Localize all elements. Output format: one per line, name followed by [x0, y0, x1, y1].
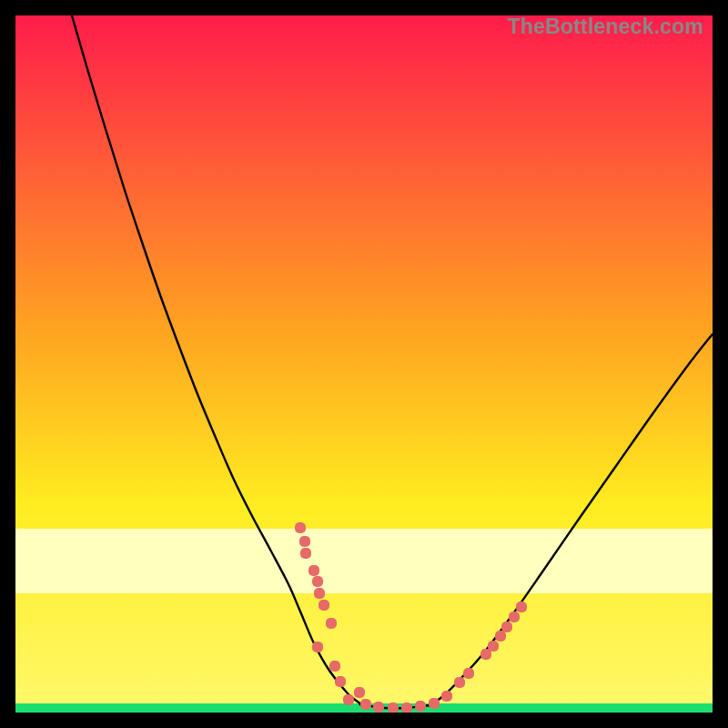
data-point-marker	[312, 642, 323, 652]
data-point-marker	[354, 687, 365, 698]
data-point-marker	[516, 602, 527, 612]
data-point-marker	[312, 576, 323, 587]
data-point-marker	[314, 588, 325, 599]
data-point-marker	[326, 618, 337, 629]
data-point-marker	[429, 698, 440, 709]
data-point-marker	[373, 702, 384, 713]
bottleneck-curve-chart	[15, 15, 713, 713]
data-point-marker	[300, 548, 311, 559]
data-point-marker	[401, 703, 412, 713]
data-point-marker	[335, 676, 346, 687]
data-point-marker	[360, 699, 371, 710]
data-point-marker	[318, 600, 329, 611]
data-point-marker	[415, 701, 426, 712]
data-point-marker	[308, 565, 319, 576]
data-point-marker	[343, 694, 354, 705]
data-point-marker	[509, 612, 520, 622]
data-point-marker	[495, 631, 506, 642]
attribution-text: TheBottleneck.com	[507, 15, 703, 39]
data-point-marker	[463, 668, 474, 679]
data-point-marker	[295, 522, 306, 533]
chart-frame: TheBottleneck.com	[15, 15, 713, 713]
data-point-marker	[488, 641, 499, 652]
data-point-marker	[299, 536, 310, 547]
data-point-marker	[454, 677, 465, 688]
data-point-marker	[501, 622, 512, 632]
gradient-background	[15, 15, 713, 713]
data-point-marker	[441, 691, 452, 702]
pale-band	[15, 529, 713, 593]
data-point-marker	[388, 703, 399, 713]
data-point-marker	[329, 661, 340, 672]
